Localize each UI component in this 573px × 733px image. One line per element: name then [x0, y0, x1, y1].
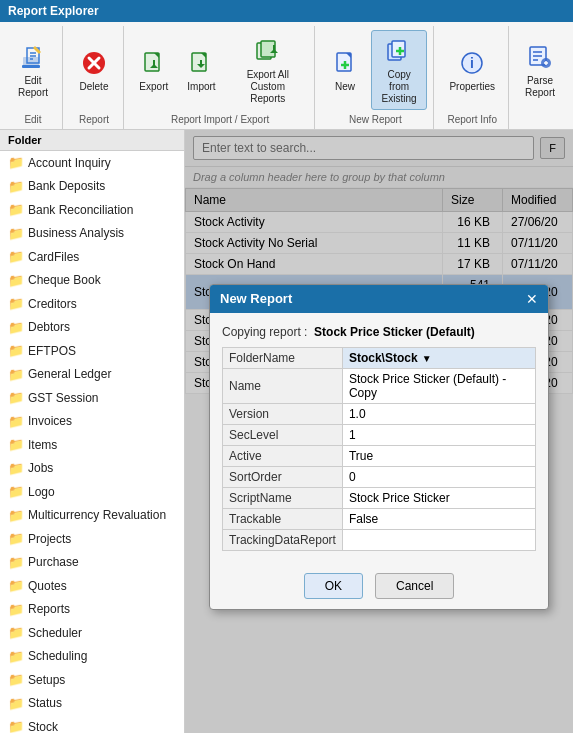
folder-icon: 📁	[8, 694, 24, 714]
folder-icon: 📁	[8, 623, 24, 643]
folder-icon: 📁	[8, 647, 24, 667]
folder-icon: 📁	[8, 318, 24, 338]
modal-close-button[interactable]: ✕	[526, 291, 538, 307]
newreport-group-label: New Report	[349, 114, 402, 129]
sidebar-item-jobs[interactable]: 📁Jobs	[0, 457, 184, 481]
field-value-foldername[interactable]: Stock\Stock▼	[342, 347, 535, 368]
sidebar-item-items[interactable]: 📁Items	[0, 433, 184, 457]
properties-button[interactable]: i Properties	[442, 42, 502, 98]
sidebar-item-cardfiles[interactable]: 📁CardFiles	[0, 245, 184, 269]
sidebar-item-label: Purchase	[28, 553, 79, 571]
importexport-group-label: Report Import / Export	[171, 114, 269, 129]
sidebar-item-account-inquiry[interactable]: 📁Account Inquiry	[0, 151, 184, 175]
svg-rect-27	[392, 41, 405, 57]
svg-rect-19	[261, 41, 275, 57]
field-value-name[interactable]: Stock Price Sticker (Default) - Copy	[342, 368, 535, 403]
field-value-sortorder: 0	[342, 466, 535, 487]
sidebar-item-business-analysis[interactable]: 📁Business Analysis	[0, 222, 184, 246]
modal-field-row-scriptname: ScriptName Stock Price Sticker	[223, 487, 536, 508]
sidebar-item-projects[interactable]: 📁Projects	[0, 527, 184, 551]
parse-icon	[524, 41, 556, 73]
delete-label: Delete	[80, 81, 109, 93]
edit-report-button[interactable]: EditReport	[10, 36, 56, 104]
content-area: F Drag a column header here to group by …	[185, 130, 573, 733]
field-label-version: Version	[223, 403, 343, 424]
edit-report-label: EditReport	[18, 75, 48, 99]
export-icon	[138, 47, 170, 79]
sidebar-item-multicurrency[interactable]: 📁Multicurrency Revaluation	[0, 504, 184, 528]
folder-icon: 📁	[8, 529, 24, 549]
sidebar-item-gst-session[interactable]: 📁GST Session	[0, 386, 184, 410]
field-value-seclevel: 1	[342, 424, 535, 445]
export-label: Export	[139, 81, 168, 93]
sidebar-item-scheduling[interactable]: 📁Scheduling	[0, 645, 184, 669]
field-value-scriptname: Stock Price Sticker	[342, 487, 535, 508]
edit-group-label: Edit	[24, 114, 41, 129]
sidebar-item-cheque-book[interactable]: 📁Cheque Book	[0, 269, 184, 293]
folder-icon: 📁	[8, 670, 24, 690]
cancel-button[interactable]: Cancel	[375, 573, 454, 599]
folder-icon: 📁	[8, 576, 24, 596]
sidebar-item-logo[interactable]: 📁Logo	[0, 480, 184, 504]
modal-form-table: FolderName Stock\Stock▼ Name Stock Price…	[222, 347, 536, 551]
copy-from-existing-button[interactable]: Copy fromExisting	[371, 30, 428, 110]
ok-button[interactable]: OK	[304, 573, 363, 599]
sidebar-item-label: Logo	[28, 483, 55, 501]
folder-icon: 📁	[8, 271, 24, 291]
sidebar-item-reports[interactable]: 📁Reports	[0, 598, 184, 622]
modal-title: New Report	[220, 291, 292, 306]
sidebar-item-creditors[interactable]: 📁Creditors	[0, 292, 184, 316]
field-label-foldername: FolderName	[223, 347, 343, 368]
field-value-trackingdatareport	[342, 529, 535, 550]
new-button[interactable]: New	[323, 42, 367, 98]
folder-icon: 📁	[8, 247, 24, 267]
sidebar-item-label: GST Session	[28, 389, 98, 407]
sidebar-item-label: Stock	[28, 718, 58, 733]
field-label-name: Name	[223, 368, 343, 403]
delete-button[interactable]: Delete	[71, 42, 117, 98]
field-label-sortorder: SortOrder	[223, 466, 343, 487]
import-label: Import	[187, 81, 215, 93]
field-value-trackable: False	[342, 508, 535, 529]
sidebar-item-label: Setups	[28, 671, 65, 689]
parse-report-button[interactable]: ParseReport	[517, 36, 563, 104]
import-button[interactable]: Import	[180, 42, 224, 98]
folder-icon: 📁	[8, 341, 24, 361]
sidebar-item-setups[interactable]: 📁Setups	[0, 668, 184, 692]
sidebar-item-stock[interactable]: 📁Stock	[0, 715, 184, 733]
field-label-trackingdatareport: TrackingDataReport	[223, 529, 343, 550]
sidebar-item-label: Scheduler	[28, 624, 82, 642]
sidebar-item-label: Multicurrency Revaluation	[28, 506, 166, 524]
new-icon	[329, 47, 361, 79]
export-button[interactable]: Export	[132, 42, 176, 98]
sidebar-item-label: Bank Reconciliation	[28, 201, 133, 219]
modal-field-row-active: Active True	[223, 445, 536, 466]
svg-rect-1	[22, 65, 40, 68]
sidebar-item-bank-deposits[interactable]: 📁Bank Deposits	[0, 175, 184, 199]
sidebar-item-label: Cheque Book	[28, 271, 101, 289]
toolbar-group-report: Delete Report	[65, 26, 124, 129]
modal-field-row-foldername: FolderName Stock\Stock▼	[223, 347, 536, 368]
sidebar-item-general-ledger[interactable]: 📁General Ledger	[0, 363, 184, 387]
sidebar-item-status[interactable]: 📁Status	[0, 692, 184, 716]
parse-report-label: ParseReport	[525, 75, 555, 99]
sidebar-item-quotes[interactable]: 📁Quotes	[0, 574, 184, 598]
modal-copying-value: Stock Price Sticker (Default)	[314, 325, 475, 339]
sidebar-item-scheduler[interactable]: 📁Scheduler	[0, 621, 184, 645]
sidebar-item-label: Debtors	[28, 318, 70, 336]
modal-field-row-trackingdatareport: TrackingDataReport	[223, 529, 536, 550]
sidebar-item-label: Items	[28, 436, 57, 454]
field-label-active: Active	[223, 445, 343, 466]
sidebar-item-label: Invoices	[28, 412, 72, 430]
modal-footer: OK Cancel	[210, 563, 548, 609]
sidebar-item-debtors[interactable]: 📁Debtors	[0, 316, 184, 340]
sidebar-item-eftpos[interactable]: 📁EFTPOS	[0, 339, 184, 363]
sidebar-item-invoices[interactable]: 📁Invoices	[0, 410, 184, 434]
sidebar-item-label: Reports	[28, 600, 70, 618]
sidebar-item-label: EFTPOS	[28, 342, 76, 360]
export-all-button[interactable]: Export AllCustom Reports	[227, 30, 308, 110]
dropdown-arrow[interactable]: ▼	[422, 353, 432, 364]
folder-icon: 📁	[8, 553, 24, 573]
sidebar-item-purchase[interactable]: 📁Purchase	[0, 551, 184, 575]
sidebar-item-bank-reconciliation[interactable]: 📁Bank Reconciliation	[0, 198, 184, 222]
